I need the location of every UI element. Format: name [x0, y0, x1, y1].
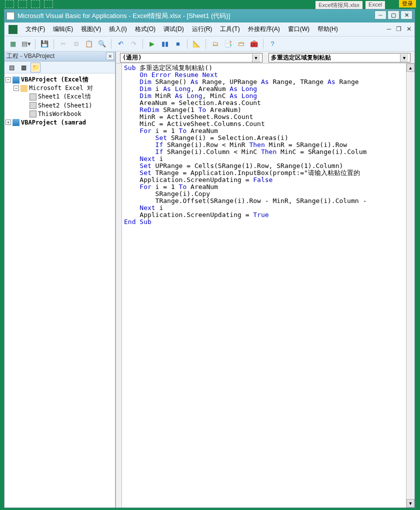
project-toolbar: ▤ ▦ 📁 — [4, 62, 115, 74]
tree-node[interactable]: Sheet1 (Excel情 — [38, 92, 91, 101]
workbook-tab[interactable]: Excel情报局.xlsx — [316, 1, 362, 10]
qat-icon[interactable] — [44, 0, 53, 8]
menu-run[interactable]: 运行(R) — [190, 24, 214, 34]
qat-icon[interactable] — [31, 0, 40, 8]
scroll-thumb[interactable] — [406, 72, 414, 499]
scroll-up-icon[interactable]: ▲ — [406, 64, 414, 72]
login-button[interactable]: 登录 — [399, 0, 416, 8]
cut-icon[interactable]: ✂ — [58, 38, 68, 50]
copy-icon[interactable]: ⧉ — [70, 38, 82, 50]
save-icon[interactable]: 💾 — [39, 38, 50, 50]
expand-icon[interactable]: − — [6, 77, 11, 82]
dropdown-arrow-icon[interactable]: ▼ — [400, 54, 408, 62]
maximize-button[interactable]: ▢ — [388, 10, 400, 20]
project-explorer-icon[interactable]: 🗂 — [210, 38, 220, 50]
excel-ribbon-background: Excel情报局.xlsx Excel 登录 — [0, 0, 420, 9]
code-margin[interactable] — [116, 64, 122, 508]
dropdown-arrow-icon[interactable]: ▼ — [252, 54, 260, 62]
folder-icon — [20, 85, 28, 92]
menu-help[interactable]: 帮助(H) — [316, 24, 340, 34]
break-icon[interactable]: ▮▮ — [160, 38, 170, 50]
tree-node[interactable]: Sheet2 (Sheet1) — [38, 102, 92, 109]
project-explorer: 工程 - VBAProject ✕ ▤ ▦ 📁 −VBAProject (Exc… — [4, 52, 116, 508]
tree-node[interactable]: VBAProject (Excel情 — [21, 76, 88, 84]
code-panel: (通用) ▼ 多重选定区域复制粘贴 ▼ Sub 多重选定区域复制粘贴() On … — [116, 52, 414, 508]
vbaproject-icon — [12, 76, 20, 84]
tree-node[interactable]: ThisWorkbook — [38, 110, 82, 118]
tree-node[interactable]: VBAProject (samrad — [21, 119, 86, 126]
close-panel-button[interactable]: ✕ — [106, 52, 114, 60]
object-combo-value: (通用) — [122, 54, 142, 62]
standard-toolbar: ▦ ▤▾ 💾 ✂ ⧉ 📋 🔍 ↶ ↷ ▶ ▮▮ ■ 📐 🗂 📑 🗃 🧰 ? — [4, 36, 414, 52]
object-browser-icon[interactable]: 🗃 — [236, 38, 246, 50]
menu-addins[interactable]: 外接程序(A) — [246, 24, 282, 34]
menubar: 文件(F) 编辑(E) 视图(V) 插入(I) 格式(O) 调试(D) 运行(R… — [4, 22, 414, 36]
minimize-button[interactable]: ─ — [374, 10, 386, 20]
help-icon[interactable]: ? — [267, 38, 278, 50]
workbook-tab[interactable]: Excel — [366, 1, 385, 10]
mdi-restore-icon[interactable]: ❐ — [396, 26, 402, 32]
view-excel-icon[interactable]: ▦ — [8, 38, 18, 50]
vertical-scrollbar[interactable]: ▲ ▼ — [406, 64, 414, 508]
view-object-icon[interactable]: ▦ — [18, 62, 28, 72]
menu-debug[interactable]: 调试(D) — [162, 24, 186, 34]
code-selector-row: (通用) ▼ 多重选定区域复制粘贴 ▼ — [116, 52, 414, 64]
run-icon[interactable]: ▶ — [146, 38, 158, 50]
excel-icon[interactable] — [8, 25, 18, 34]
quick-access-toolbar — [5, 0, 53, 8]
menu-tools[interactable]: 工具(T) — [218, 24, 242, 34]
menu-insert[interactable]: 插入(I) — [107, 24, 128, 34]
menu-view[interactable]: 视图(V) — [79, 24, 103, 34]
close-button[interactable]: ✕ — [400, 10, 412, 20]
titlebar[interactable]: Microsoft Visual Basic for Applications … — [4, 10, 414, 22]
object-combo[interactable]: (通用) ▼ — [120, 53, 262, 62]
vbaproject-icon — [12, 119, 20, 126]
workbook-icon — [30, 110, 36, 118]
procedure-combo[interactable]: 多重选定区域复制粘贴 ▼ — [268, 53, 411, 62]
toolbox-icon[interactable]: 🧰 — [248, 38, 260, 50]
window-resize-edge[interactable] — [417, 9, 420, 510]
code-editor[interactable]: Sub 多重选定区域复制粘贴() On Error Resume Next Di… — [122, 64, 406, 508]
properties-icon[interactable]: 📑 — [222, 38, 234, 50]
redo-icon[interactable]: ↷ — [128, 38, 139, 50]
qat-icon[interactable] — [5, 0, 14, 8]
worksheet-icon — [30, 94, 36, 100]
tree-node[interactable]: Microsoft Excel 对 — [29, 84, 93, 92]
mdi-close-icon[interactable]: ✕ — [406, 26, 412, 32]
project-explorer-title[interactable]: 工程 - VBAProject ✕ — [4, 52, 115, 62]
worksheet-icon — [30, 102, 36, 109]
procedure-combo-value: 多重选定区域复制粘贴 — [271, 54, 331, 62]
view-code-icon[interactable]: ▤ — [6, 62, 16, 72]
expand-icon[interactable]: − — [14, 86, 19, 91]
mdi-minimize-icon[interactable]: ─ — [386, 26, 391, 32]
project-tree[interactable]: −VBAProject (Excel情 −Microsoft Excel 对 S… — [4, 74, 115, 508]
vba-editor-window: Microsoft Visual Basic for Applications … — [4, 9, 415, 508]
toggle-folders-icon[interactable]: 📁 — [30, 62, 40, 72]
menu-window[interactable]: 窗口(W) — [286, 24, 312, 34]
find-icon[interactable]: 🔍 — [96, 38, 108, 50]
window-title: Microsoft Visual Basic for Applications … — [18, 12, 230, 20]
insert-module-icon[interactable]: ▤▾ — [20, 38, 32, 50]
menu-format[interactable]: 格式(O) — [133, 24, 158, 34]
menu-edit[interactable]: 编辑(E) — [51, 24, 75, 34]
project-title-text: 工程 - VBAProject — [6, 52, 54, 60]
excel-workbook-tabs: Excel情报局.xlsx Excel — [316, 1, 385, 10]
scroll-down-icon[interactable]: ▼ — [406, 499, 414, 508]
design-mode-icon[interactable]: 📐 — [191, 38, 202, 50]
qat-icon[interactable] — [18, 0, 27, 8]
menu-file[interactable]: 文件(F) — [24, 24, 47, 34]
expand-icon[interactable]: + — [6, 120, 11, 125]
paste-icon[interactable]: 📋 — [84, 38, 94, 50]
undo-icon[interactable]: ↶ — [115, 38, 126, 50]
vba-app-icon — [6, 12, 14, 20]
reset-icon[interactable]: ■ — [172, 38, 184, 50]
window-controls: ─ ▢ ✕ — [374, 10, 412, 20]
